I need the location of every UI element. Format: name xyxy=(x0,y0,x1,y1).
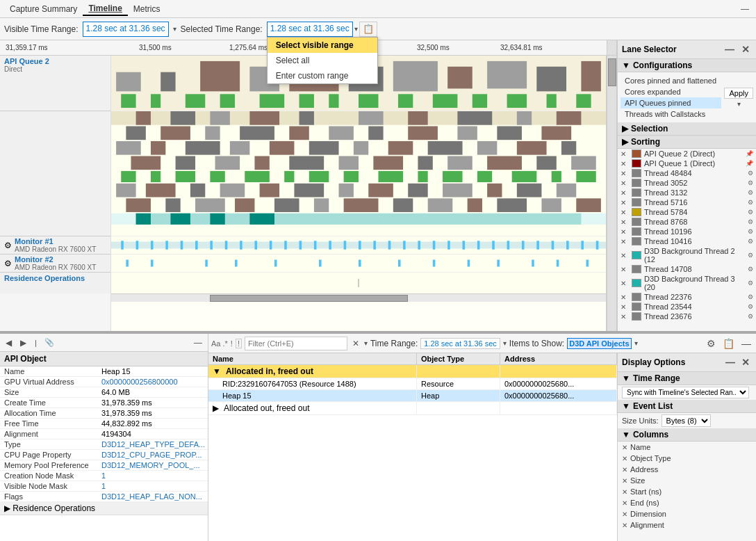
table-settings-icon[interactable]: ⚙ xyxy=(705,337,718,350)
lane-thread-8768-settings-icon[interactable]: ⚙ xyxy=(748,218,753,225)
do-col-address-checkbox[interactable]: ✕ xyxy=(622,466,627,474)
configurations-header[interactable]: ▼ Configurations xyxy=(618,59,756,72)
sorting-header[interactable]: ▶ Sorting xyxy=(618,136,756,149)
do-col-dimension-checkbox[interactable]: ✕ xyxy=(622,510,627,518)
table-row-resource[interactable]: RID:232916076470​53 (Resource 1488) Reso… xyxy=(208,378,617,390)
do-col-alignment-checkbox[interactable]: ✕ xyxy=(622,522,627,529)
display-options-minimize[interactable]: — xyxy=(723,356,737,369)
table-row-heap15[interactable]: Heap 15 Heap 0x0000000025680... xyxy=(208,390,617,402)
lane-thread-48484-checkbox[interactable]: ✕ xyxy=(621,170,629,177)
lane-thread-14708-checkbox[interactable]: ✕ xyxy=(621,266,629,273)
minimize-btn[interactable]: — xyxy=(738,3,752,15)
lane-thread-5784-checkbox[interactable]: ✕ xyxy=(621,209,629,216)
lane-thread-3052-settings-icon[interactable]: ⚙ xyxy=(748,179,753,186)
lane-d3d-bg-thread3-settings-icon[interactable]: ⚙ xyxy=(748,280,753,286)
config-apply-btn[interactable]: Apply xyxy=(724,88,753,99)
do-event-list-header[interactable]: ▼ Event List xyxy=(618,400,756,413)
lane-thread-22376-settings-icon[interactable]: ⚙ xyxy=(748,293,753,300)
items-to-show-select[interactable]: D3D API Objects xyxy=(567,338,631,349)
lane-api-queue1-checkbox[interactable]: ✕ xyxy=(621,160,629,168)
lane-d3d-bg-thread2-checkbox[interactable]: ✕ xyxy=(621,252,629,259)
dropdown-select-all[interactable]: Select all xyxy=(268,53,377,68)
config-dropdown-arrow[interactable]: ▾ xyxy=(737,100,741,108)
selected-time-range-value[interactable]: 1.28 sec at 31.36 sec xyxy=(267,22,353,37)
properties-minimize-btn[interactable]: — xyxy=(191,337,205,349)
lane-thread-5784-settings-icon[interactable]: ⚙ xyxy=(748,209,753,216)
monitor1-title[interactable]: Monitor #1 xyxy=(15,237,96,245)
expand-arrow-2[interactable]: ▶ xyxy=(213,403,219,413)
lane-thread-3132-settings-icon[interactable]: ⚙ xyxy=(748,189,753,196)
lane-thread-3052-checkbox[interactable]: ✕ xyxy=(621,179,629,187)
lane-d3d-bg-thread3-checkbox[interactable]: ✕ xyxy=(621,280,629,287)
lane-thread-8768-checkbox[interactable]: ✕ xyxy=(621,218,629,226)
do-col-start-ns-checkbox[interactable]: ✕ xyxy=(622,488,627,496)
timeline-scroll-thumb[interactable] xyxy=(210,295,408,302)
table-minimize-icon[interactable]: — xyxy=(739,337,753,350)
timeline-vertical-scrollbar[interactable] xyxy=(607,56,616,331)
ruler-scrollbar[interactable] xyxy=(607,40,616,55)
lane-selector-close[interactable]: ✕ xyxy=(739,43,752,56)
lane-thread-10416-settings-icon[interactable]: ⚙ xyxy=(748,238,753,245)
lane-thread-22376-checkbox[interactable]: ✕ xyxy=(621,293,629,301)
lane-thread-10196-checkbox[interactable]: ✕ xyxy=(621,228,629,236)
lane-thread-5716-settings-icon[interactable]: ⚙ xyxy=(748,199,753,206)
lane-thread-48484-settings-icon[interactable]: ⚙ xyxy=(748,170,753,177)
table-row-allocated-out[interactable]: ▶ Allocated out, freed out xyxy=(208,402,617,415)
lane-thread-23544-checkbox[interactable]: ✕ xyxy=(621,303,629,311)
residence-ops-title[interactable]: Residence Operations xyxy=(4,274,106,282)
api-queue-2-title[interactable]: API Queue 2 xyxy=(4,57,106,65)
do-col-name-checkbox[interactable]: ✕ xyxy=(622,444,627,451)
config-cores-pinned[interactable]: Cores pinned and flattened xyxy=(621,75,721,86)
do-col-end-ns-checkbox[interactable]: ✕ xyxy=(622,499,627,507)
filter-dropdown-arrow[interactable]: ▾ xyxy=(364,339,368,347)
lane-api-queue2-pin-icon[interactable]: 📌 xyxy=(746,150,753,157)
monitor2-title[interactable]: Monitor #2 xyxy=(15,255,96,264)
time-range-dropdown[interactable]: ▾ xyxy=(503,339,507,347)
nav-pin-btn[interactable]: | xyxy=(32,337,40,348)
expand-arrow-1[interactable]: ▼ xyxy=(213,366,221,376)
config-cores-expanded[interactable]: Cores expanded xyxy=(621,86,721,97)
lane-api-queue2-checkbox[interactable]: ✕ xyxy=(621,150,629,158)
visible-range-dropdown[interactable]: ▾ xyxy=(173,25,176,33)
lane-thread-23544-settings-icon[interactable]: ⚙ xyxy=(748,303,753,310)
selected-range-dropdown[interactable]: ▾ xyxy=(354,25,358,33)
lane-thread-3132-checkbox[interactable]: ✕ xyxy=(621,189,629,197)
scrollbar-thumb[interactable] xyxy=(608,58,616,86)
lane-thread-14708-settings-icon[interactable]: ⚙ xyxy=(748,266,753,273)
dropdown-enter-custom[interactable]: Enter custom range xyxy=(268,68,377,83)
timeline-scrollbar[interactable] xyxy=(111,293,606,302)
table-row-allocated-in[interactable]: ▼ Allocated in, freed out xyxy=(208,365,617,378)
lane-thread-10416-checkbox[interactable]: ✕ xyxy=(621,238,629,245)
lane-thread-10196-settings-icon[interactable]: ⚙ xyxy=(748,228,753,235)
filter-input[interactable] xyxy=(245,337,347,350)
lane-api-queue1-pin-icon[interactable]: 📌 xyxy=(746,160,753,167)
do-col-size-checkbox[interactable]: ✕ xyxy=(622,477,627,485)
timeline-tracks[interactable] xyxy=(111,56,607,331)
nav-capture-summary[interactable]: Capture Summary xyxy=(4,3,83,15)
do-size-units-select[interactable]: Bytes (8) xyxy=(662,414,711,427)
copy-btn[interactable]: 📋 xyxy=(359,22,377,37)
nav-back-btn[interactable]: ◀ xyxy=(3,337,15,349)
nav-forward-btn[interactable]: ▶ xyxy=(17,337,29,349)
filter-clear-btn[interactable]: ✕ xyxy=(350,339,361,348)
lane-selector-minimize[interactable]: — xyxy=(723,43,737,56)
config-api-queues-pinned[interactable]: API Queues pinned xyxy=(621,97,721,108)
lane-thread-23676-checkbox[interactable]: ✕ xyxy=(621,313,629,321)
nav-attach-btn[interactable]: 📎 xyxy=(42,337,56,348)
display-options-close[interactable]: ✕ xyxy=(739,356,752,369)
config-threads-callstacks[interactable]: Threads with Callstacks xyxy=(621,108,721,120)
time-range-value[interactable]: 1.28 sec at 31.36 sec xyxy=(420,338,500,349)
dropdown-select-visible[interactable]: Select visible range xyxy=(268,38,377,53)
lane-thread-23676-settings-icon[interactable]: ⚙ xyxy=(748,313,753,320)
items-dropdown[interactable]: ▾ xyxy=(634,339,638,347)
nav-metrics[interactable]: Metrics xyxy=(128,3,166,15)
do-time-range-header[interactable]: ▼ Time Range xyxy=(618,372,756,385)
lane-thread-5716-checkbox[interactable]: ✕ xyxy=(621,199,629,207)
visible-time-range-value[interactable]: 1.28 sec at 31.36 sec xyxy=(83,22,169,37)
nav-timeline[interactable]: Timeline xyxy=(83,2,127,16)
lane-d3d-bg-thread2-settings-icon[interactable]: ⚙ xyxy=(748,252,753,259)
table-copy-icon[interactable]: 📋 xyxy=(721,337,737,350)
do-col-object-type-checkbox[interactable]: ✕ xyxy=(622,455,627,462)
residence-ops-section[interactable]: ▶ Residence Operations xyxy=(0,502,208,515)
do-columns-header[interactable]: ▼ Columns xyxy=(618,428,756,442)
